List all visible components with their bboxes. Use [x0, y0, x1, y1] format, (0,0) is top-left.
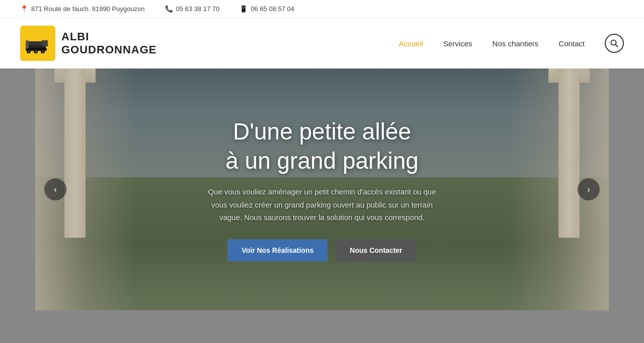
svg-point-9	[42, 50, 44, 52]
btn-contact[interactable]: Nous Contacter	[336, 239, 416, 261]
nav-contact[interactable]: Contact	[558, 39, 585, 48]
svg-rect-1	[28, 41, 42, 45]
hero-subtitle: Que vous vouliez aménager un petit chemi…	[201, 185, 443, 224]
nav-services[interactable]: Services	[443, 39, 472, 48]
svg-rect-11	[26, 40, 29, 42]
location-icon: 📍	[20, 5, 28, 13]
phone1-text: 05 63 38 17 70	[176, 5, 220, 13]
logo-svg	[25, 30, 51, 56]
nav-chantiers[interactable]: Nos chantiers	[493, 39, 539, 48]
search-button[interactable]	[605, 34, 624, 53]
logo-icon	[20, 26, 55, 61]
search-icon	[610, 39, 618, 47]
address-item: 📍 871 Route de fauch. 81990 Puygouzon	[20, 5, 145, 13]
phone2-item: 📱 06 65 08 57 04	[239, 5, 294, 13]
svg-rect-2	[42, 40, 48, 46]
hero-buttons: Voir Nos Réalisations Nous Contacter	[227, 239, 416, 261]
nav-accueil[interactable]: Accueil	[399, 39, 423, 48]
phone2-icon: 📱	[239, 5, 248, 13]
hero-content: D'une petite allée à un grand parking Qu…	[35, 68, 609, 310]
slider-next-button[interactable]: ›	[578, 178, 600, 200]
slider-prev-button[interactable]: ‹	[44, 178, 66, 200]
phone1-icon: 📞	[165, 5, 173, 13]
address-text: 871 Route de fauch. 81990 Puygouzon	[31, 5, 145, 13]
header: Albi Goudronnage Accueil Services Nos ch…	[0, 18, 644, 68]
hero-slider: D'une petite allée à un grand parking Qu…	[35, 68, 609, 310]
svg-line-13	[616, 45, 618, 47]
main-nav: Accueil Services Nos chantiers Contact	[399, 34, 624, 53]
phone2-text: 06 65 08 57 04	[251, 5, 294, 13]
btn-realisations[interactable]: Voir Nos Réalisations	[227, 239, 328, 261]
phone1-item: 📞 05 63 38 17 70	[165, 5, 220, 13]
svg-point-5	[28, 50, 30, 52]
hero-title: D'une petite allée à un grand parking	[225, 117, 419, 175]
top-bar: 📍 871 Route de fauch. 81990 Puygouzon 📞 …	[0, 0, 644, 18]
logo[interactable]: Albi Goudronnage	[20, 26, 156, 61]
logo-text: Albi Goudronnage	[61, 30, 156, 57]
svg-point-7	[35, 50, 37, 52]
